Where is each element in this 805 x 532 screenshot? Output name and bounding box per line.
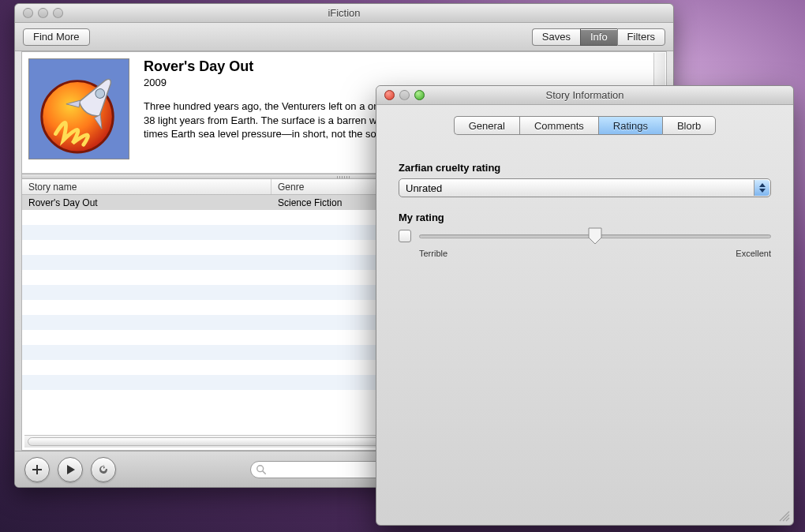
minimize-icon[interactable] bbox=[399, 90, 410, 100]
main-titlebar[interactable]: iFiction bbox=[15, 4, 673, 23]
saves-tab[interactable]: Saves bbox=[532, 28, 580, 46]
tab-blorb[interactable]: Blorb bbox=[662, 116, 716, 135]
my-rating-label: My rating bbox=[399, 212, 771, 223]
window-title: iFiction bbox=[15, 7, 673, 19]
slider-thumb-icon[interactable] bbox=[588, 227, 602, 243]
cruelty-value: Unrated bbox=[406, 182, 442, 194]
story-info-window: Story Information General Comments Ratin… bbox=[376, 85, 794, 526]
find-more-button[interactable]: Find More bbox=[23, 28, 90, 46]
play-icon bbox=[65, 464, 76, 475]
add-button[interactable] bbox=[24, 457, 50, 482]
popup-stepper-icon bbox=[754, 180, 769, 196]
cruelty-label: Zarfian cruelty rating bbox=[399, 162, 771, 174]
filters-tab[interactable]: Filters bbox=[617, 28, 665, 46]
main-toolbar: Find More Saves Info Filters bbox=[15, 23, 673, 51]
rating-slider[interactable] bbox=[419, 228, 771, 244]
story-title: Rover's Day Out bbox=[144, 58, 660, 75]
search-icon bbox=[256, 464, 267, 475]
plus-icon bbox=[31, 463, 43, 476]
column-header-name[interactable]: Story name bbox=[22, 179, 271, 194]
info-tabbar: General Comments Ratings Blorb bbox=[376, 116, 793, 135]
close-icon[interactable] bbox=[23, 8, 33, 18]
tab-general[interactable]: General bbox=[454, 116, 519, 135]
cruelty-popup[interactable]: Unrated bbox=[399, 178, 771, 197]
reload-icon bbox=[97, 463, 110, 476]
play-button[interactable] bbox=[58, 457, 83, 482]
reload-button[interactable] bbox=[91, 457, 116, 482]
zoom-icon[interactable] bbox=[414, 90, 425, 100]
rating-min-label: Terrible bbox=[419, 249, 447, 258]
cell-story-name: Rover's Day Out bbox=[22, 195, 271, 210]
resize-grip[interactable] bbox=[779, 511, 790, 522]
cover-art bbox=[28, 58, 129, 159]
svg-line-3 bbox=[263, 470, 266, 474]
view-segment: Saves Info Filters bbox=[532, 28, 665, 46]
zoom-icon[interactable] bbox=[53, 8, 63, 18]
info-titlebar[interactable]: Story Information bbox=[376, 86, 793, 105]
info-window-title: Story Information bbox=[376, 89, 793, 101]
info-tab[interactable]: Info bbox=[580, 28, 617, 46]
tab-comments[interactable]: Comments bbox=[519, 116, 598, 135]
rocket-planet-icon bbox=[32, 62, 125, 155]
tab-ratings[interactable]: Ratings bbox=[598, 116, 662, 135]
rating-max-label: Excellent bbox=[736, 249, 771, 258]
my-rating-checkbox[interactable] bbox=[399, 230, 411, 242]
close-icon[interactable] bbox=[384, 90, 395, 100]
minimize-icon[interactable] bbox=[38, 8, 48, 18]
ratings-panel: Zarfian cruelty rating Unrated My rating… bbox=[376, 143, 793, 263]
